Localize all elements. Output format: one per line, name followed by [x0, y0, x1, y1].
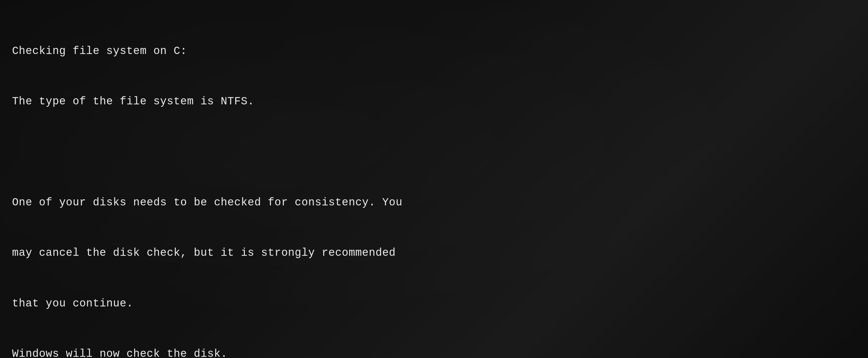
terminal-line-2: The type of the file system is NTFS. — [12, 93, 402, 110]
terminal-line-5: may cancel the disk check, but it is str… — [12, 245, 402, 262]
terminal-screen: Checking file system on C: The type of t… — [0, 0, 868, 358]
terminal-line-4: One of your disks needs to be checked fo… — [12, 194, 402, 211]
terminal-line-3 — [12, 144, 402, 160]
terminal-line-6: that you continue. — [12, 295, 402, 312]
terminal-output: Checking file system on C: The type of t… — [12, 9, 402, 358]
terminal-line-7: Windows will now check the disk. — [12, 346, 402, 358]
terminal-line-1: Checking file system on C: — [12, 43, 402, 60]
